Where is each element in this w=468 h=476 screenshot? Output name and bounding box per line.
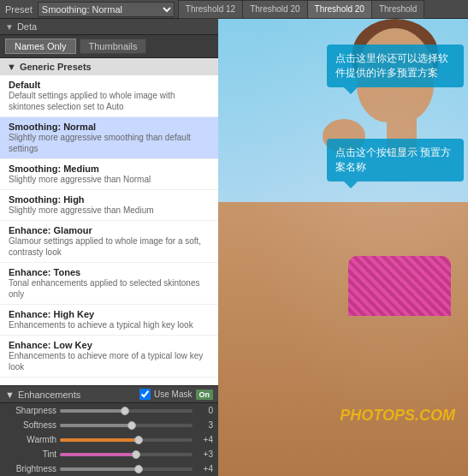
- slider-track-sharpness[interactable]: [60, 409, 193, 413]
- group-arrow: ▼: [7, 62, 16, 72]
- presets-group-header: ▼ Generic Presets: [0, 58, 218, 75]
- preset-desc-7: Enhancements to achieve more of a typica…: [9, 350, 210, 372]
- sliders-collapse-arrow[interactable]: ▼: [5, 390, 15, 400]
- preset-name-0: Default: [9, 80, 210, 90]
- slider-label-warmth: Warmth: [5, 435, 56, 444]
- slider-row-sharpness: Sharpness 0: [0, 403, 218, 418]
- section-label: Deta: [17, 21, 37, 32]
- threshold-tab-0[interactable]: Threshold 12: [178, 0, 242, 19]
- slider-track-warmth[interactable]: [60, 438, 193, 442]
- preset-item-0[interactable]: Default Default settings applied to whol…: [0, 75, 218, 117]
- slider-value-sharpness: 0: [196, 406, 213, 415]
- watermark: PHOTOPS.COM: [340, 407, 455, 425]
- slider-value-warmth: +4: [196, 435, 213, 444]
- preset-name-5: Enhance: Tones: [9, 267, 210, 277]
- detail-section-header: ▼ Deta: [0, 19, 218, 35]
- preset-item-7[interactable]: Enhance: Low Key Enhancements to achieve…: [0, 336, 218, 378]
- top-bar: Preset Smoothing: Normal Threshold 12 Th…: [0, 0, 468, 19]
- tooltip-bubble-1: 点击这里你还可以选择软 件提供的许多预置方案: [327, 45, 464, 87]
- slider-value-brightness: +4: [196, 464, 213, 473]
- preset-item-4[interactable]: Enhance: Glamour Glamour settings applie…: [0, 221, 218, 263]
- preset-desc-3: Slightly more aggressive than Medium: [9, 205, 210, 216]
- preset-name-4: Enhance: Glamour: [9, 225, 210, 235]
- slider-label-tint: Tint: [5, 449, 56, 459]
- slider-track-softness[interactable]: [60, 424, 193, 427]
- preset-name-7: Enhance: Low Key: [9, 340, 210, 350]
- main-content: ▼ Deta Names Only Thumbnails ▼ Generic P…: [0, 19, 468, 476]
- preset-name-2: Smoothing: Medium: [9, 164, 210, 174]
- slider-label-brightness: Brightness: [5, 464, 56, 473]
- preset-desc-2: Slightly more aggressive than Normal: [9, 174, 210, 185]
- tab-thumbnails[interactable]: Thumbnails: [80, 39, 147, 54]
- left-panel: ▼ Deta Names Only Thumbnails ▼ Generic P…: [0, 19, 218, 476]
- tooltip-bubble-2: 点击这个按钮显示 预置方案名称: [327, 139, 464, 181]
- sliders-header: ▼ Enhancements Use Mask On: [0, 386, 218, 403]
- slider-row-warmth: Warmth +4: [0, 432, 218, 447]
- group-label: Generic Presets: [20, 62, 92, 72]
- sliders-header-label: Enhancements: [18, 390, 80, 400]
- slider-track-tint[interactable]: [60, 453, 193, 456]
- use-mask-row: Use Mask On: [139, 389, 213, 400]
- slider-row-brightness: Brightness +4: [0, 461, 218, 476]
- on-badge: On: [196, 390, 214, 400]
- slider-label-sharpness: Sharpness: [5, 406, 56, 415]
- presets-container: ▼ Generic Presets Default Default settin…: [0, 58, 218, 385]
- preset-item-1[interactable]: Smoothing: Normal Slightly more aggressi…: [0, 117, 218, 159]
- preset-desc-5: Tonal enhancements applied to selected s…: [9, 277, 210, 300]
- preset-select[interactable]: Smoothing: Normal: [38, 2, 175, 17]
- preset-item-6[interactable]: Enhance: High Key Enhancements to achiev…: [0, 305, 218, 336]
- use-mask-label: Use Mask: [154, 390, 192, 399]
- threshold-tab-2[interactable]: Threshold 20: [307, 0, 371, 19]
- threshold-tab-3[interactable]: Threshold: [371, 0, 424, 19]
- preset-label: Preset: [0, 4, 38, 15]
- preset-name-6: Enhance: High Key: [9, 309, 210, 319]
- slider-row-tint: Tint +3: [0, 447, 218, 461]
- preset-name-1: Smoothing: Normal: [9, 122, 210, 132]
- slider-label-softness: Softness: [5, 420, 56, 430]
- view-tabs: Names Only Thumbnails: [0, 35, 218, 58]
- collapse-arrow[interactable]: ▼: [5, 22, 14, 32]
- image-area: 点击这里你还可以选择软 件提供的许多预置方案 点击这个按钮显示 预置方案名称 P…: [218, 19, 468, 476]
- threshold-tabs: Threshold 12 Threshold 20 Threshold 20 T…: [178, 0, 425, 19]
- preset-name-3: Smoothing: High: [9, 194, 210, 205]
- slider-track-brightness[interactable]: [60, 467, 193, 471]
- preset-desc-4: Glamour settings applied to whole image …: [9, 235, 210, 258]
- preset-desc-6: Enhancements to achieve a typical high k…: [9, 319, 210, 330]
- slider-value-tint: +3: [196, 449, 213, 459]
- preset-desc-1: Slightly more aggressive smoothing than …: [9, 132, 210, 154]
- tab-names-only[interactable]: Names Only: [5, 39, 76, 54]
- slider-value-softness: 3: [196, 420, 213, 430]
- preset-item-5[interactable]: Enhance: Tones Tonal enhancements applie…: [0, 263, 218, 305]
- preset-desc-0: Default settings applied to whole image …: [9, 90, 210, 112]
- threshold-tab-1[interactable]: Threshold 20: [242, 0, 306, 19]
- preset-item-2[interactable]: Smoothing: Medium Slightly more aggressi…: [0, 159, 218, 190]
- use-mask-checkbox[interactable]: [139, 389, 151, 400]
- preset-item-3[interactable]: Smoothing: High Slightly more aggressive…: [0, 190, 218, 221]
- sliders-panel: ▼ Enhancements Use Mask On Sharpness 0: [0, 385, 218, 476]
- slider-row-softness: Softness 3: [0, 418, 218, 432]
